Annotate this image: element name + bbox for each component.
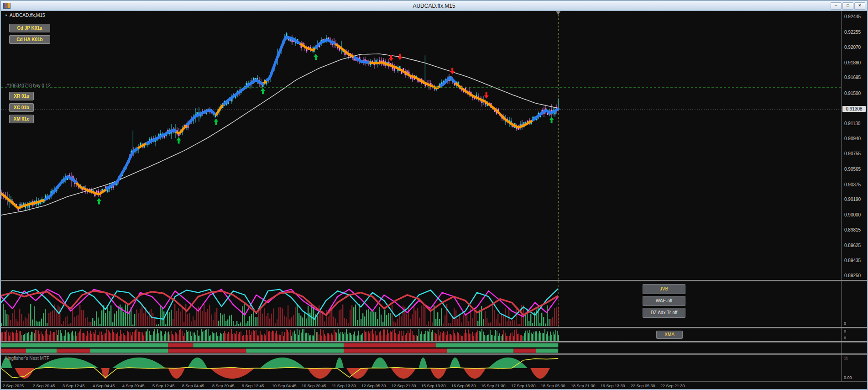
current-price-badge: 0.91308 — [842, 106, 866, 112]
buy-signal-arrow-icon — [177, 137, 181, 143]
chevron-down-icon: ▼ — [5, 14, 8, 17]
close-button[interactable]: ✕ — [854, 2, 865, 10]
price-axis-label: 0.90755 — [844, 151, 861, 156]
time-axis-label: 9 Sep 12:45 — [242, 384, 264, 388]
time-axis-label: 8 Sep 04:45 — [182, 384, 204, 388]
trend-strip-pane[interactable] — [1, 343, 867, 353]
symbol-timeframe-text: AUDCAD.ffx,M15 — [10, 13, 45, 18]
restore-button[interactable]: □ — [842, 2, 853, 10]
buy-signal-arrow-icon — [214, 119, 218, 125]
buy-signal-arrow-icon — [97, 198, 101, 205]
time-axis-label: 16 Sep 05:30 — [451, 384, 476, 388]
price-axis-label: 0.90940 — [844, 136, 861, 141]
cd-jp-indicator-button[interactable]: Cd JP K01a — [9, 24, 50, 32]
time-axis-label: 10 Sep 20:45 — [302, 384, 326, 388]
chart-frame: ▼ AUDCAD.ffx,M15 Cd JP K01a Cd HA K01b #… — [1, 11, 867, 389]
wae-toggle-button[interactable]: WAE-off — [643, 296, 685, 306]
trend-strip-canvas — [1, 343, 867, 353]
indicator-scale-label: 0.00 — [844, 375, 852, 380]
window-title: AUDCAD.ffx,M15 — [1, 3, 867, 9]
time-axis-label: 11 Sep 13:30 — [332, 384, 356, 388]
price-axis-label: 0.91130 — [844, 121, 860, 126]
indicator-scale-label: 0 — [844, 336, 846, 340]
oscillator-canvas — [1, 281, 867, 327]
kingfisher-canvas — [1, 355, 867, 381]
xr-indicator-button[interactable]: XR 01a — [9, 92, 34, 100]
window-titlebar[interactable]: AUDCAD.ffx,M15 – □ ✕ — [1, 1, 867, 11]
time-axis-label: 18 Sep 05:30 — [541, 384, 565, 388]
price-axis-label: 0.89250 — [844, 273, 861, 278]
time-axis-label: 17 Sep 13:30 — [511, 384, 536, 388]
kingfisher-label: Kingfisher's Nest MTF — [5, 356, 49, 361]
xma-indicator-pane[interactable]: XMA 00 — [1, 328, 867, 341]
oscillator-indicator-pane[interactable]: JVB WAE-off DZ Adx Tr-off 0 — [1, 281, 867, 327]
time-axis-label: 12 Sep 05:30 — [361, 384, 386, 388]
price-axis-label: 0.92445 — [844, 14, 861, 19]
price-chart-canvas — [1, 11, 867, 280]
time-axis[interactable]: 2 Sep 20252 Sep 20:453 Sep 12:454 Sep 04… — [1, 381, 867, 389]
time-axis-label: 4 Sep 20:45 — [122, 384, 145, 388]
price-axis-label: 0.91695 — [844, 75, 861, 80]
sell-signal-arrow-icon — [450, 68, 455, 74]
time-axis-label: 15 Sep 13:30 — [421, 384, 446, 388]
price-chart-pane[interactable]: ▼ AUDCAD.ffx,M15 Cd JP K01a Cd HA K01b #… — [1, 11, 867, 280]
buy-signal-arrow-icon — [261, 88, 265, 94]
price-axis-label: 0.89815 — [844, 227, 861, 232]
time-axis-label: 12 Sep 21:30 — [392, 384, 416, 388]
price-axis-label: 0.91880 — [844, 60, 861, 65]
time-axis-label: 19 Sep 13:30 — [601, 384, 625, 388]
price-axis-label: 0.89625 — [844, 243, 861, 248]
jvb-button[interactable]: JVB — [643, 284, 685, 294]
minimize-button[interactable]: – — [831, 2, 842, 10]
time-axis-label: 22 Sep 21:30 — [660, 384, 685, 388]
price-axis-label: 0.92255 — [844, 30, 861, 35]
price-axis-label: 0.90000 — [844, 212, 861, 217]
indicator-scale-label: 0 — [844, 329, 846, 333]
price-axis-label: 0.90565 — [844, 167, 861, 172]
open-trade-label: #106340718 buy 0.12 — [6, 83, 51, 88]
time-axis-label: 8 Sep 20:45 — [212, 384, 235, 388]
time-axis-label: 4 Sep 04:45 — [93, 384, 115, 388]
price-axis-label: 0.90375 — [844, 182, 861, 187]
oscillator-buttons: JVB WAE-off DZ Adx Tr-off — [643, 284, 685, 318]
dz-adx-toggle-button[interactable]: DZ Adx Tr-off — [643, 308, 685, 318]
time-axis-label: 3 Sep 12:45 — [63, 384, 85, 388]
sell-signal-arrow-icon — [484, 92, 489, 99]
xm-indicator-button[interactable]: XM 01c — [9, 115, 34, 123]
time-axis-label: 2 Sep 20:45 — [33, 384, 55, 388]
time-axis-label: 2 Sep 2025 — [3, 384, 24, 388]
price-axis-label: 0.90190 — [844, 197, 861, 202]
price-axis-label: 0.92070 — [844, 45, 861, 50]
buy-signal-arrow-icon — [314, 54, 318, 60]
indicator-scale-label: 11 — [844, 356, 848, 360]
price-axis-label: 0.91500 — [844, 91, 861, 96]
price-axis[interactable]: 0.924450.922550.920700.918800.916950.915… — [842, 11, 867, 280]
time-axis-label: 16 Sep 21:30 — [481, 384, 506, 388]
cd-ha-indicator-button[interactable]: Cd HA K01b — [9, 35, 50, 44]
price-axis-label: 0.89435 — [844, 258, 861, 263]
time-axis-label: 18 Sep 21:30 — [571, 384, 596, 388]
indicator-scale-label: 0 — [844, 321, 846, 326]
chart-symbol-label[interactable]: ▼ AUDCAD.ffx,M15 — [5, 13, 45, 18]
time-axis-label: 10 Sep 04:45 — [272, 384, 297, 388]
time-axis-label: 22 Sep 05:30 — [631, 384, 655, 388]
time-axis-label: 5 Sep 12:45 — [152, 384, 175, 388]
buy-signal-arrow-icon — [549, 117, 554, 123]
xma-canvas — [1, 328, 867, 341]
mt4-chart-window: AUDCAD.ffx,M15 – □ ✕ ▼ AUDCAD.ffx,M15 Cd… — [0, 0, 868, 390]
xma-button[interactable]: XMA — [656, 331, 683, 339]
kingfisher-indicator-pane[interactable]: Kingfisher's Nest MTF 110.00 — [1, 355, 867, 381]
xc-indicator-button[interactable]: XC 01b — [9, 103, 34, 112]
sell-signal-arrow-icon — [397, 54, 402, 60]
chart-app-icon — [3, 3, 10, 9]
